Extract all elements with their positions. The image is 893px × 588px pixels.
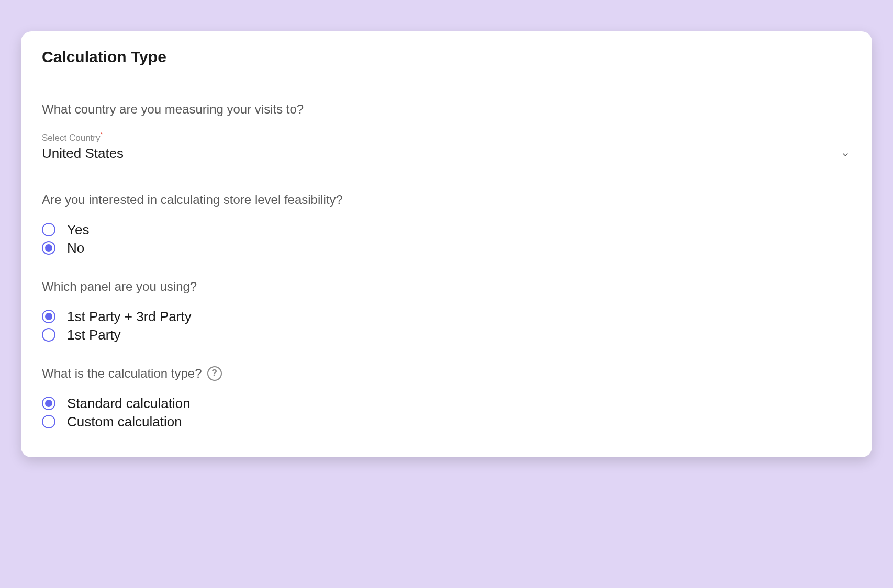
- card-body: What country are you measuring your visi…: [21, 81, 872, 457]
- calc-type-question-row: What is the calculation type? ?: [42, 366, 851, 381]
- calc-type-radio-standard[interactable]: Standard calculation: [42, 395, 851, 412]
- country-field-label: Select Country*: [42, 131, 851, 143]
- feasibility-question: Are you interested in calculating store …: [42, 193, 851, 207]
- card-title: Calculation Type: [42, 48, 851, 66]
- chevron-down-icon: [842, 151, 849, 161]
- radio-label: Custom calculation: [67, 414, 182, 430]
- required-asterisk: *: [101, 131, 103, 139]
- panel-radio-first[interactable]: 1st Party: [42, 327, 851, 343]
- panel-radio-group: 1st Party + 3rd Party 1st Party: [42, 309, 851, 343]
- radio-icon: [42, 328, 55, 342]
- panel-radio-both[interactable]: 1st Party + 3rd Party: [42, 309, 851, 325]
- radio-label: Yes: [67, 222, 89, 238]
- radio-icon: [42, 223, 55, 236]
- help-icon[interactable]: ?: [207, 366, 222, 381]
- calc-type-question: What is the calculation type?: [42, 366, 202, 381]
- feasibility-radio-yes[interactable]: Yes: [42, 222, 851, 238]
- card-header: Calculation Type: [21, 31, 872, 81]
- radio-label: 1st Party: [67, 327, 121, 343]
- feasibility-radio-group: Yes No: [42, 222, 851, 256]
- calculation-type-card: Calculation Type What country are you me…: [21, 31, 872, 457]
- calc-type-radio-custom[interactable]: Custom calculation: [42, 414, 851, 430]
- radio-label: No: [67, 240, 84, 256]
- country-question: What country are you measuring your visi…: [42, 102, 851, 117]
- radio-label: Standard calculation: [67, 395, 191, 412]
- calc-type-radio-group: Standard calculation Custom calculation: [42, 395, 851, 430]
- country-select[interactable]: United States: [42, 145, 851, 167]
- country-select-value: United States: [42, 145, 851, 162]
- radio-icon: [42, 241, 55, 255]
- radio-icon: [42, 310, 55, 323]
- feasibility-radio-no[interactable]: No: [42, 240, 851, 256]
- radio-label: 1st Party + 3rd Party: [67, 309, 192, 325]
- radio-icon: [42, 397, 55, 410]
- radio-icon: [42, 415, 55, 428]
- panel-question: Which panel are you using?: [42, 279, 851, 294]
